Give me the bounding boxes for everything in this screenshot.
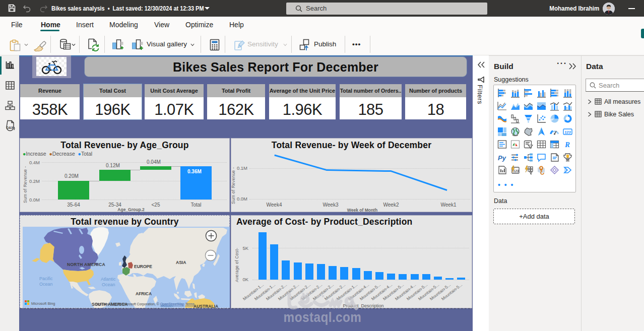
svg-text:123: 123: [564, 130, 571, 135]
svg-text:AFRICA: AFRICA: [136, 291, 152, 296]
svg-text:, TomTom, © 2025 Microsoft Cor: , TomTom, © 2025 Microsoft Corporation, …: [93, 302, 195, 306]
svg-text:Py: Py: [498, 154, 506, 161]
svg-text:R: R: [564, 141, 570, 149]
svg-text:Ocean: Ocean: [102, 282, 115, 287]
svg-text:123: 123: [513, 169, 519, 173]
svg-text:Atlantic: Atlantic: [101, 277, 116, 282]
svg-text:NORTH AMERICA: NORTH AMERICA: [67, 262, 105, 267]
svg-text:ASIA: ASIA: [176, 260, 186, 265]
svg-text:AUSTRALIA: AUSTRALIA: [194, 304, 218, 308]
svg-text:Ocean: Ocean: [39, 282, 53, 287]
svg-text:DAX: DAX: [7, 126, 14, 129]
svg-text:Pacific: Pacific: [39, 276, 53, 281]
svg-text:Microsoft Bing: Microsoft Bing: [31, 301, 55, 306]
svg-text:EUROPE: EUROPE: [134, 264, 152, 269]
